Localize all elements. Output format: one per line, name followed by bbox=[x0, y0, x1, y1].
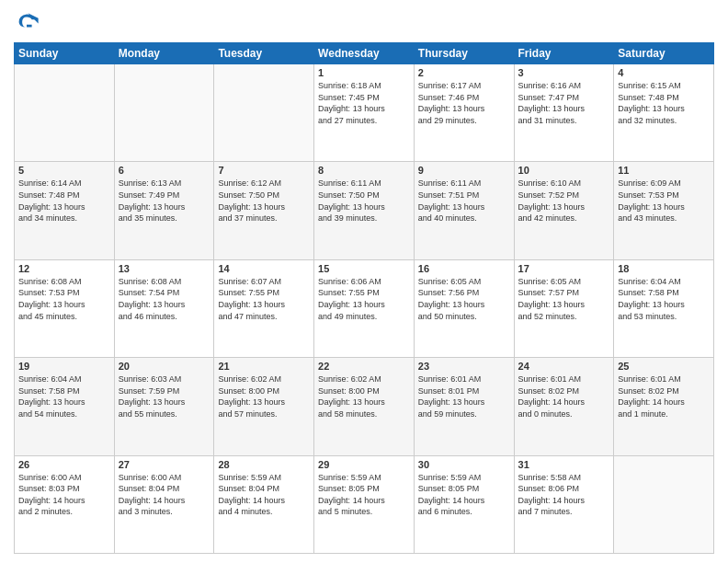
cell-week2-day3: 7Sunrise: 6:12 AM Sunset: 7:50 PM Daylig… bbox=[214, 162, 314, 259]
col-header-tuesday: Tuesday bbox=[214, 43, 314, 64]
cell-week2-day1: 5Sunrise: 6:14 AM Sunset: 7:48 PM Daylig… bbox=[15, 162, 115, 259]
day-info: Sunrise: 6:05 AM Sunset: 7:57 PM Dayligh… bbox=[518, 276, 610, 322]
cell-week4-day4: 22Sunrise: 6:02 AM Sunset: 8:00 PM Dayli… bbox=[314, 358, 415, 455]
col-header-friday: Friday bbox=[514, 43, 614, 64]
cell-week3-day2: 13Sunrise: 6:08 AM Sunset: 7:54 PM Dayli… bbox=[114, 259, 214, 357]
day-info: Sunrise: 6:05 AM Sunset: 7:56 PM Dayligh… bbox=[418, 276, 510, 322]
cell-week2-day7: 11Sunrise: 6:09 AM Sunset: 7:53 PM Dayli… bbox=[614, 162, 714, 259]
day-number: 9 bbox=[418, 165, 510, 176]
cell-week1-day6: 3Sunrise: 6:16 AM Sunset: 7:47 PM Daylig… bbox=[514, 64, 614, 162]
day-number: 22 bbox=[318, 361, 410, 372]
day-info: Sunrise: 6:09 AM Sunset: 7:53 PM Dayligh… bbox=[618, 178, 710, 224]
cell-week1-day7: 4Sunrise: 6:15 AM Sunset: 7:48 PM Daylig… bbox=[614, 64, 714, 162]
day-number: 10 bbox=[518, 165, 610, 176]
day-info: Sunrise: 6:01 AM Sunset: 8:02 PM Dayligh… bbox=[518, 373, 610, 419]
day-number: 15 bbox=[318, 263, 410, 274]
day-info: Sunrise: 6:04 AM Sunset: 7:58 PM Dayligh… bbox=[18, 373, 110, 419]
day-number: 12 bbox=[18, 263, 110, 274]
day-info: Sunrise: 5:59 AM Sunset: 8:04 PM Dayligh… bbox=[218, 472, 310, 518]
week-row-1: 1Sunrise: 6:18 AM Sunset: 7:45 PM Daylig… bbox=[15, 64, 714, 162]
cell-week2-day6: 10Sunrise: 6:10 AM Sunset: 7:52 PM Dayli… bbox=[514, 162, 614, 259]
cell-week1-day1 bbox=[15, 64, 115, 162]
cell-week1-day5: 2Sunrise: 6:17 AM Sunset: 7:46 PM Daylig… bbox=[414, 64, 514, 162]
week-row-3: 12Sunrise: 6:08 AM Sunset: 7:53 PM Dayli… bbox=[15, 259, 714, 357]
cell-week4-day5: 23Sunrise: 6:01 AM Sunset: 8:01 PM Dayli… bbox=[414, 358, 514, 455]
svg-marker-0 bbox=[28, 13, 38, 23]
day-number: 11 bbox=[618, 165, 710, 176]
cell-week3-day7: 18Sunrise: 6:04 AM Sunset: 7:58 PM Dayli… bbox=[614, 259, 714, 357]
day-info: Sunrise: 6:02 AM Sunset: 8:00 PM Dayligh… bbox=[318, 373, 410, 419]
day-number: 17 bbox=[518, 263, 610, 274]
day-number: 8 bbox=[318, 165, 410, 176]
col-header-monday: Monday bbox=[114, 43, 214, 64]
cell-week4-day6: 24Sunrise: 6:01 AM Sunset: 8:02 PM Dayli… bbox=[514, 358, 614, 455]
header bbox=[14, 9, 714, 35]
day-info: Sunrise: 6:10 AM Sunset: 7:52 PM Dayligh… bbox=[518, 178, 610, 224]
header-row: SundayMondayTuesdayWednesdayThursdayFrid… bbox=[15, 43, 714, 64]
day-number: 1 bbox=[318, 67, 410, 78]
day-info: Sunrise: 6:15 AM Sunset: 7:48 PM Dayligh… bbox=[618, 80, 710, 126]
day-info: Sunrise: 6:13 AM Sunset: 7:49 PM Dayligh… bbox=[119, 178, 210, 224]
day-number: 31 bbox=[518, 459, 610, 470]
day-number: 14 bbox=[218, 263, 310, 274]
col-header-saturday: Saturday bbox=[614, 43, 714, 64]
cell-week3-day6: 17Sunrise: 6:05 AM Sunset: 7:57 PM Dayli… bbox=[514, 259, 614, 357]
week-row-5: 26Sunrise: 6:00 AM Sunset: 8:03 PM Dayli… bbox=[15, 455, 714, 553]
cell-week4-day3: 21Sunrise: 6:02 AM Sunset: 8:00 PM Dayli… bbox=[214, 358, 314, 455]
calendar-table: SundayMondayTuesdayWednesdayThursdayFrid… bbox=[14, 42, 714, 554]
cell-week5-day4: 29Sunrise: 5:59 AM Sunset: 8:05 PM Dayli… bbox=[314, 455, 415, 553]
cell-week4-day7: 25Sunrise: 6:01 AM Sunset: 8:02 PM Dayli… bbox=[614, 358, 714, 455]
cell-week1-day3 bbox=[214, 64, 314, 162]
week-row-2: 5Sunrise: 6:14 AM Sunset: 7:48 PM Daylig… bbox=[15, 162, 714, 259]
day-info: Sunrise: 5:59 AM Sunset: 8:05 PM Dayligh… bbox=[418, 472, 510, 518]
day-info: Sunrise: 5:58 AM Sunset: 8:06 PM Dayligh… bbox=[518, 472, 610, 518]
cell-week3-day1: 12Sunrise: 6:08 AM Sunset: 7:53 PM Dayli… bbox=[15, 259, 115, 357]
day-info: Sunrise: 6:03 AM Sunset: 7:59 PM Dayligh… bbox=[119, 373, 210, 419]
day-number: 4 bbox=[618, 67, 710, 78]
day-info: Sunrise: 6:08 AM Sunset: 7:53 PM Dayligh… bbox=[18, 276, 110, 322]
day-number: 19 bbox=[18, 361, 110, 372]
cell-week5-day6: 31Sunrise: 5:58 AM Sunset: 8:06 PM Dayli… bbox=[514, 455, 614, 553]
day-number: 29 bbox=[318, 459, 410, 470]
cell-week1-day4: 1Sunrise: 6:18 AM Sunset: 7:45 PM Daylig… bbox=[314, 64, 415, 162]
day-info: Sunrise: 6:17 AM Sunset: 7:46 PM Dayligh… bbox=[418, 80, 510, 126]
day-info: Sunrise: 6:02 AM Sunset: 8:00 PM Dayligh… bbox=[218, 373, 310, 419]
cell-week2-day4: 8Sunrise: 6:11 AM Sunset: 7:50 PM Daylig… bbox=[314, 162, 415, 259]
day-number: 28 bbox=[218, 459, 310, 470]
cell-week5-day7 bbox=[614, 455, 714, 553]
day-info: Sunrise: 6:01 AM Sunset: 8:01 PM Dayligh… bbox=[418, 373, 510, 419]
col-header-sunday: Sunday bbox=[15, 43, 115, 64]
cell-week1-day2 bbox=[114, 64, 214, 162]
day-info: Sunrise: 6:08 AM Sunset: 7:54 PM Dayligh… bbox=[119, 276, 210, 322]
day-info: Sunrise: 6:18 AM Sunset: 7:45 PM Dayligh… bbox=[318, 80, 410, 126]
day-number: 27 bbox=[119, 459, 210, 470]
day-number: 21 bbox=[218, 361, 310, 372]
cell-week5-day3: 28Sunrise: 5:59 AM Sunset: 8:04 PM Dayli… bbox=[214, 455, 314, 553]
cell-week2-day5: 9Sunrise: 6:11 AM Sunset: 7:51 PM Daylig… bbox=[414, 162, 514, 259]
day-number: 26 bbox=[18, 459, 110, 470]
col-header-thursday: Thursday bbox=[414, 43, 514, 64]
day-number: 16 bbox=[418, 263, 510, 274]
cell-week5-day2: 27Sunrise: 6:00 AM Sunset: 8:04 PM Dayli… bbox=[114, 455, 214, 553]
cell-week2-day2: 6Sunrise: 6:13 AM Sunset: 7:49 PM Daylig… bbox=[114, 162, 214, 259]
day-info: Sunrise: 6:00 AM Sunset: 8:04 PM Dayligh… bbox=[119, 472, 210, 518]
cell-week5-day1: 26Sunrise: 6:00 AM Sunset: 8:03 PM Dayli… bbox=[15, 455, 115, 553]
day-number: 25 bbox=[618, 361, 710, 372]
day-number: 20 bbox=[119, 361, 210, 372]
logo bbox=[14, 9, 43, 35]
day-number: 7 bbox=[218, 165, 310, 176]
cell-week5-day5: 30Sunrise: 5:59 AM Sunset: 8:05 PM Dayli… bbox=[414, 455, 514, 553]
cell-week4-day1: 19Sunrise: 6:04 AM Sunset: 7:58 PM Dayli… bbox=[15, 358, 115, 455]
day-info: Sunrise: 6:11 AM Sunset: 7:50 PM Dayligh… bbox=[318, 178, 410, 224]
day-info: Sunrise: 6:16 AM Sunset: 7:47 PM Dayligh… bbox=[518, 80, 610, 126]
cell-week3-day4: 15Sunrise: 6:06 AM Sunset: 7:55 PM Dayli… bbox=[314, 259, 415, 357]
cell-week3-day3: 14Sunrise: 6:07 AM Sunset: 7:55 PM Dayli… bbox=[214, 259, 314, 357]
day-number: 23 bbox=[418, 361, 510, 372]
day-info: Sunrise: 6:00 AM Sunset: 8:03 PM Dayligh… bbox=[18, 472, 110, 518]
day-info: Sunrise: 6:04 AM Sunset: 7:58 PM Dayligh… bbox=[618, 276, 710, 322]
day-info: Sunrise: 6:06 AM Sunset: 7:55 PM Dayligh… bbox=[318, 276, 410, 322]
day-info: Sunrise: 6:12 AM Sunset: 7:50 PM Dayligh… bbox=[218, 178, 310, 224]
col-header-wednesday: Wednesday bbox=[314, 43, 415, 64]
cell-week3-day5: 16Sunrise: 6:05 AM Sunset: 7:56 PM Dayli… bbox=[414, 259, 514, 357]
day-number: 2 bbox=[418, 67, 510, 78]
